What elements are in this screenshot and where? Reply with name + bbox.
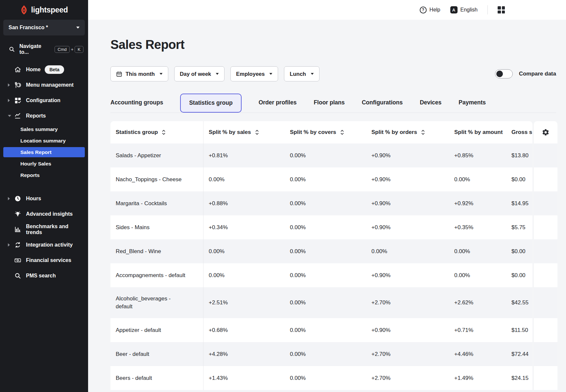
table-body: Salads - Appetizer +0.81% 0.00% +0.90% +…	[110, 143, 532, 390]
tab[interactable]: Floor plans	[314, 99, 344, 106]
table-row[interactable]: Red_Blend - Wine 0.00% 0.00% 0.00% 0.00%…	[110, 239, 532, 263]
settings-column-cell	[534, 167, 557, 191]
sidebar-item-reports[interactable]: Reports	[0, 108, 88, 123]
cell-statistics-group: Alcoholic_beverages - default	[110, 287, 203, 318]
chevron-down-icon	[270, 73, 272, 75]
cell-split-sales: 0.00%	[203, 176, 285, 183]
sort-icon	[340, 129, 344, 135]
header-split-sales[interactable]: Split % by sales	[203, 129, 285, 136]
chevron-down-icon	[159, 73, 162, 75]
cell-split-covers: 0.00%	[285, 272, 366, 279]
sidebar-subitem-hourly-sales[interactable]: Hourly Sales	[0, 158, 88, 169]
sidebar-item-integration-activity[interactable]: Integration activity	[0, 237, 88, 252]
sidebar-item-configuration[interactable]: Configuration	[0, 93, 88, 108]
cell-split-covers: 0.00%	[285, 375, 366, 381]
compare-data-toggle[interactable]	[495, 69, 513, 78]
calendar-icon	[116, 71, 122, 77]
sidebar-item-label: Reports	[26, 113, 46, 119]
sidebar-subitem-location-summary[interactable]: Location summary	[0, 135, 88, 146]
sidebar-subitem-label: Sales summary	[20, 126, 58, 132]
tab[interactable]: Accounting groups	[110, 99, 163, 106]
cell-split-covers: 0.00%	[285, 176, 366, 183]
location-selector[interactable]: San Francisco *	[3, 20, 85, 35]
navigate-search[interactable]: Navigate to... Cmd + K	[9, 43, 83, 55]
sidebar-item-pms-search[interactable]: PMS search	[0, 268, 88, 283]
table-row[interactable]: Alcoholic_beverages - default +2.51% 0.0…	[110, 287, 532, 318]
group-by-filter-button[interactable]: Day of week	[174, 66, 224, 81]
header-split-orders[interactable]: Split % by orders	[366, 129, 449, 136]
language-button[interactable]: A English	[450, 6, 478, 13]
main-area: ? Help A English Sales Report This month…	[88, 0, 566, 392]
tab[interactable]: Payments	[459, 99, 486, 106]
sidebar-subitem-label: Reports	[20, 172, 40, 178]
employees-filter-button[interactable]: Employees	[230, 66, 278, 81]
help-button[interactable]: ? Help	[420, 7, 440, 13]
tab[interactable]: Order profiles	[259, 99, 297, 106]
cell-split-amount: +0.71%	[449, 327, 506, 334]
tab-label: Payments	[459, 99, 486, 106]
integration-icon	[14, 241, 22, 249]
cell-split-orders: +0.90%	[366, 327, 449, 334]
sidebar-item-label: PMS search	[26, 273, 56, 279]
sidebar-item-label: Configuration	[26, 98, 60, 103]
sidebar-subitem-sales-report[interactable]: Sales Report	[3, 147, 85, 157]
sidebar-item-home[interactable]: Home Beta	[0, 62, 88, 77]
table-row[interactable]: Margarita - Cocktails +0.88% 0.00% +0.90…	[110, 191, 532, 215]
reports-icon	[14, 112, 22, 120]
sidebar-item-benchmarks[interactable]: Benchmarks and trends	[0, 222, 88, 237]
content: Sales Report This month Day of week Empl…	[88, 20, 566, 392]
settings-column-cell	[534, 191, 557, 215]
sort-icon	[255, 129, 259, 135]
column-settings-button[interactable]	[534, 121, 557, 143]
sidebar-subitem-sales-summary[interactable]: Sales summary	[0, 123, 88, 135]
compare-data-control: Compare data	[495, 69, 556, 78]
table-row[interactable]: Accompagnements - default 0.00% 0.00% +0…	[110, 263, 532, 287]
kbd-k: K	[75, 46, 83, 53]
sidebar-item-hours[interactable]: Hours	[0, 191, 88, 206]
cell-split-amount: +0.92%	[449, 200, 506, 207]
date-filter-button[interactable]: This month	[110, 66, 168, 81]
service-filter-button[interactable]: Lunch	[284, 66, 319, 81]
sidebar-subitem-reports[interactable]: Reports	[0, 169, 88, 181]
apps-grid-icon[interactable]	[498, 6, 505, 13]
cell-split-amount: 0.00%	[449, 176, 506, 183]
sidebar-item-advanced-insights[interactable]: Advanced insights	[0, 206, 88, 222]
tab-label: Floor plans	[314, 99, 344, 106]
header-statistics-group[interactable]: Statistics group	[110, 121, 203, 143]
cell-split-sales: +4.28%	[203, 351, 285, 358]
cell-split-orders: +0.90%	[366, 176, 449, 183]
home-icon	[14, 66, 22, 73]
table-main: Statistics group Split % by sales Split …	[110, 121, 532, 392]
cell-split-covers: 0.00%	[285, 200, 366, 207]
table-row[interactable]: Sides - Mains +0.34% 0.00% +0.90% +0.35%…	[110, 215, 532, 239]
sidebar-item-menu-management[interactable]: Menu management	[0, 77, 88, 93]
table-row[interactable]: Nacho_Toppings - Cheese 0.00% 0.00% +0.9…	[110, 167, 532, 191]
tab[interactable]: Devices	[420, 99, 441, 106]
chevron-right-icon	[8, 83, 10, 87]
settings-column-cell	[534, 239, 557, 263]
header-gross-sales[interactable]: Gross s	[506, 129, 532, 136]
cell-statistics-group: Appetizer - default	[110, 318, 203, 342]
sidebar-item-label: Integration activity	[26, 242, 73, 248]
cell-split-covers: 0.00%	[285, 248, 366, 255]
sidebar-item-financial-services[interactable]: Financial services	[0, 252, 88, 268]
cell-split-orders: +0.90%	[366, 200, 449, 207]
table-row[interactable]: Salads - Appetizer +0.81% 0.00% +0.90% +…	[110, 143, 532, 167]
tab[interactable]: Configurations	[362, 99, 403, 106]
cell-gross-sales: $42.55	[506, 299, 532, 306]
table-row[interactable]: Beers - default +1.43% 0.00% +2.70% +1.4…	[110, 366, 532, 390]
filter-row: This month Day of week Employees Lunch C…	[110, 66, 556, 81]
cell-split-amount: +0.35%	[449, 224, 506, 231]
cell-split-covers: 0.00%	[285, 351, 366, 358]
service-filter-value: Lunch	[290, 71, 306, 77]
table-row[interactable]: Beer - default +4.28% 0.00% +2.70% +4.46…	[110, 342, 532, 366]
sidebar-item-label: Hours	[26, 196, 41, 202]
help-icon: ?	[420, 7, 427, 13]
tab[interactable]: Statistics group	[180, 94, 241, 113]
header-split-covers[interactable]: Split % by covers	[285, 129, 366, 136]
header-split-amount[interactable]: Split % by amount	[449, 129, 506, 136]
cell-statistics-group: Red_Blend - Wine	[110, 239, 203, 263]
tab-label: Configurations	[362, 99, 403, 106]
tab-label: Accounting groups	[110, 99, 163, 106]
table-row[interactable]: Appetizer - default +0.68% 0.00% +0.90% …	[110, 318, 532, 342]
